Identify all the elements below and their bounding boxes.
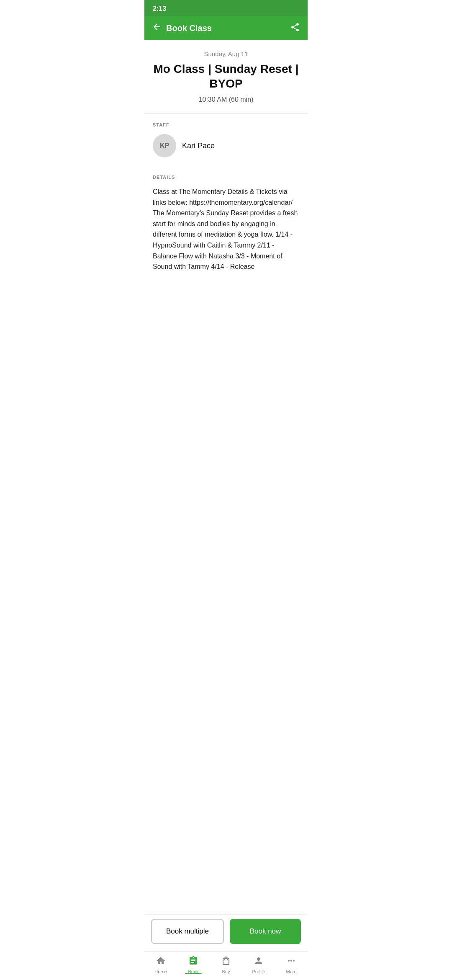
main-content: Sunday, Aug 11 Mo Class | Sunday Reset |…: [144, 40, 308, 281]
nav-bar-left: Book Class: [152, 22, 212, 34]
staff-name: Kari Pace: [182, 142, 215, 150]
staff-row: KP Kari Pace: [153, 134, 299, 157]
staff-label: STAFF: [153, 122, 299, 127]
details-text: Class at The Momentary Details & Tickets…: [153, 186, 299, 272]
details-section: DETAILS Class at The Momentary Details &…: [153, 166, 299, 281]
class-date: Sunday, Aug 11: [153, 50, 299, 57]
staff-section: STAFF KP Kari Pace: [153, 114, 299, 166]
staff-initials: KP: [160, 142, 169, 150]
class-title: Mo Class | Sunday Reset | BYOP: [153, 62, 299, 91]
nav-bar: Book Class: [144, 16, 308, 40]
details-label: DETAILS: [153, 175, 299, 180]
class-time: 10:30 AM (60 min): [153, 96, 299, 103]
status-bar: 2:13: [144, 0, 308, 16]
staff-avatar: KP: [153, 134, 176, 157]
share-button[interactable]: [290, 22, 300, 34]
page-title: Book Class: [166, 23, 212, 33]
back-button[interactable]: [152, 22, 162, 34]
status-time: 2:13: [153, 5, 166, 12]
